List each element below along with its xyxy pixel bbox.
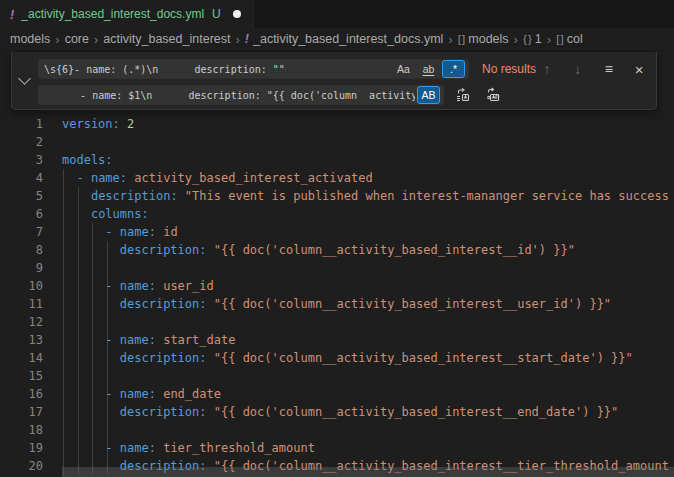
breadcrumb-separator-icon: ›	[448, 32, 452, 47]
code-line[interactable]: 16 - name: end_date	[0, 385, 674, 403]
line-number[interactable]: 12	[0, 313, 43, 331]
line-number[interactable]: 16	[0, 385, 43, 403]
replace-button[interactable]	[452, 85, 474, 105]
code-line[interactable]: 7 - name: id	[0, 223, 674, 241]
breadcrumb: models›core›activity_based_interest›!_ac…	[0, 28, 674, 50]
code-line[interactable]: 1version: 2	[0, 115, 674, 133]
code-text: columns:	[62, 205, 149, 223]
previous-match-button[interactable]: ↑	[536, 59, 558, 79]
close-find-widget-button[interactable]: ×	[628, 59, 650, 79]
line-number[interactable]: 8	[0, 241, 43, 259]
breadcrumb-item[interactable]: { }1	[523, 32, 542, 46]
breadcrumb-separator-icon: ›	[547, 32, 551, 47]
code-line[interactable]: 9	[0, 259, 674, 277]
code-line[interactable]: 12	[0, 313, 674, 331]
code-line[interactable]: 3models:	[0, 151, 674, 169]
horizontal-scrollbar[interactable]	[62, 467, 674, 477]
code-line[interactable]: 4 - name: activity_based_interest_activa…	[0, 169, 674, 187]
tab-filename: _activity_based_interest_docs.yml	[21, 7, 204, 21]
next-match-button[interactable]: ↓	[567, 59, 589, 79]
breadcrumb-label: 1	[535, 32, 542, 46]
editor-pane[interactable]: 1version: 223models:4 - name: activity_b…	[0, 50, 674, 477]
modified-indicator-dot[interactable]	[233, 10, 241, 18]
find-input[interactable]: \s{6}- name: (.*)\n description: "" Aa a…	[38, 59, 469, 79]
breadcrumb-item[interactable]: [ ]models	[458, 32, 509, 46]
match-case-button[interactable]: Aa	[392, 60, 415, 78]
find-in-selection-button[interactable]: ≡	[598, 59, 620, 79]
chevron-down-icon	[18, 72, 31, 85]
breadcrumb-item[interactable]: core	[65, 32, 89, 46]
line-number[interactable]: 14	[0, 349, 43, 367]
yaml-file-icon: !	[10, 7, 14, 22]
tab-activity-based-interest-docs[interactable]: ! _activity_based_interest_docs.yml U	[0, 0, 254, 28]
code-text: - name: user_id	[62, 277, 214, 295]
array-symbol-icon: [ ]	[458, 33, 465, 45]
code-text: description: "{{ doc('column__activity_b…	[62, 349, 633, 367]
code-line[interactable]: 17 description: "{{ doc('column__activit…	[0, 403, 674, 421]
replace-value-text: - name: $1\n description: "{{ doc('colum…	[44, 90, 415, 101]
breadcrumb-label: col	[567, 32, 583, 46]
whole-word-button[interactable]: ab	[417, 60, 440, 78]
line-number[interactable]: 7	[0, 223, 43, 241]
yaml-file-icon: !	[245, 32, 249, 46]
code-line[interactable]: 19 - name: tier_threshold_amount	[0, 439, 674, 457]
line-number[interactable]: 13	[0, 331, 43, 349]
selection-icon: ≡	[605, 61, 612, 77]
code-area: 1version: 223models:4 - name: activity_b…	[0, 115, 674, 475]
line-number[interactable]: 1	[0, 115, 43, 133]
line-number[interactable]: 6	[0, 205, 43, 223]
line-number[interactable]: 15	[0, 367, 43, 385]
git-status-badge: U	[212, 7, 221, 21]
line-number[interactable]: 18	[0, 421, 43, 439]
breadcrumb-label: activity_based_interest	[103, 32, 230, 46]
replace-all-icon	[485, 87, 501, 103]
code-text: models:	[62, 151, 113, 169]
breadcrumb-item[interactable]: !_activity_based_interest_docs.yml	[245, 32, 444, 46]
breadcrumb-item[interactable]: models	[10, 32, 50, 46]
breadcrumb-item[interactable]: [ ]col	[556, 32, 583, 46]
code-line[interactable]: 5 description: "This event is published …	[0, 187, 674, 205]
code-line[interactable]: 8 description: "{{ doc('column__activity…	[0, 241, 674, 259]
breadcrumb-separator-icon: ›	[235, 32, 239, 47]
code-line[interactable]: 13 - name: start_date	[0, 331, 674, 349]
code-line[interactable]: 2	[0, 133, 674, 151]
breadcrumb-separator-icon: ›	[94, 32, 98, 47]
line-number[interactable]: 20	[0, 457, 43, 475]
code-text: - name: start_date	[62, 331, 235, 349]
tab-bar: ! _activity_based_interest_docs.yml U	[0, 0, 674, 28]
code-line[interactable]: 6 columns:	[0, 205, 674, 223]
code-text: - name: activity_based_interest_activate…	[62, 169, 373, 187]
code-line[interactable]: 18	[0, 421, 674, 439]
code-text: description: "{{ doc('column__activity_b…	[62, 403, 618, 421]
replace-all-button[interactable]	[482, 85, 504, 105]
code-text: - name: id	[62, 223, 178, 241]
code-line[interactable]: 11 description: "{{ doc('column__activit…	[0, 295, 674, 313]
line-number[interactable]: 11	[0, 295, 43, 313]
line-number[interactable]: 9	[0, 259, 43, 277]
regex-button[interactable]: .*	[442, 60, 465, 78]
code-line[interactable]: 15	[0, 367, 674, 385]
line-number[interactable]: 3	[0, 151, 43, 169]
find-replace-widget: \s{6}- name: (.*)\n description: "" Aa a…	[11, 52, 657, 110]
line-number[interactable]: 17	[0, 403, 43, 421]
code-text: description: "{{ doc('column__activity_b…	[62, 241, 575, 259]
line-number[interactable]: 10	[0, 277, 43, 295]
preserve-case-button[interactable]: AB	[417, 86, 440, 104]
code-line[interactable]: 14 description: "{{ doc('column__activit…	[0, 349, 674, 367]
toggle-replace-button[interactable]	[12, 52, 37, 109]
code-line[interactable]: 10 - name: user_id	[0, 277, 674, 295]
line-number[interactable]: 19	[0, 439, 43, 457]
breadcrumb-separator-icon: ›	[55, 32, 59, 47]
breadcrumb-label: _activity_based_interest_docs.yml	[253, 32, 443, 46]
code-text: version: 2	[62, 115, 134, 133]
code-text: - name: end_date	[62, 385, 221, 403]
breadcrumb-label: core	[65, 32, 89, 46]
line-number[interactable]: 2	[0, 133, 43, 151]
breadcrumb-separator-icon: ›	[514, 32, 518, 47]
code-text: description: "{{ doc('column__activity_b…	[62, 295, 611, 313]
breadcrumb-label: models	[468, 32, 508, 46]
line-number[interactable]: 5	[0, 187, 43, 205]
breadcrumb-item[interactable]: activity_based_interest	[103, 32, 230, 46]
line-number[interactable]: 4	[0, 169, 43, 187]
replace-input[interactable]: - name: $1\n description: "{{ doc('colum…	[38, 85, 444, 105]
